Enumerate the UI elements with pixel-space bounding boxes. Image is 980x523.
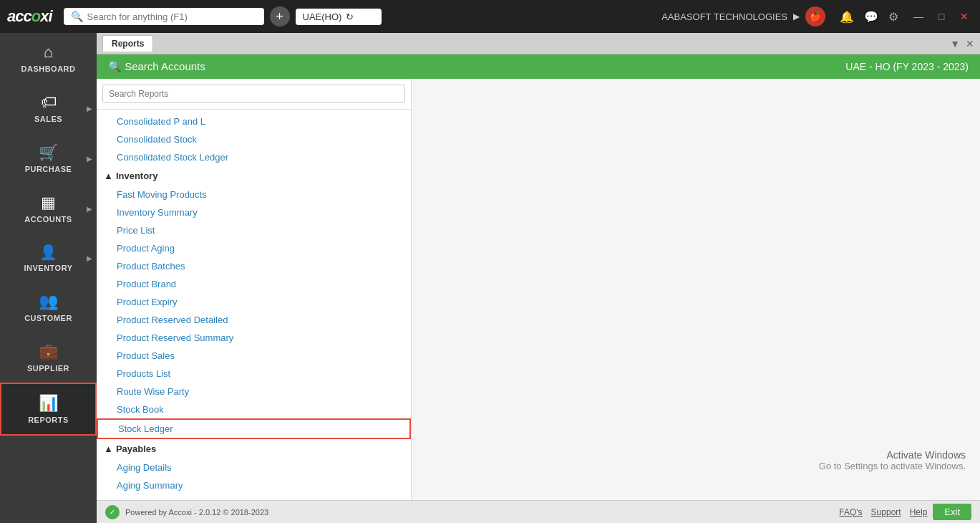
list-item[interactable]: Product Aging bbox=[97, 239, 411, 257]
sidebar-item-label: SALES bbox=[34, 115, 62, 123]
dashboard-icon: ⌂ bbox=[44, 43, 53, 62]
sidebar-item-reports[interactable]: 📊 REPORTS bbox=[0, 383, 97, 436]
search-accounts-label: 🔍 Search Accounts bbox=[108, 60, 205, 73]
list-item[interactable]: Aging Details bbox=[97, 459, 411, 476]
company-icon[interactable]: 🍎 bbox=[805, 6, 825, 27]
help-link[interactable]: Help bbox=[910, 507, 928, 517]
tab-reports[interactable]: Reports bbox=[102, 35, 153, 52]
content-area: Reports ▼ ✕ 🔍 Search Accounts UAE - HO (… bbox=[97, 33, 980, 523]
payables-section[interactable]: ▲ Payables bbox=[97, 439, 411, 459]
list-item[interactable]: Product Batches bbox=[97, 257, 411, 275]
sidebar: ⌂ DASHBOARD 🏷 SALES ▶ 🛒 PURCHASE ▶ ▦ ACC… bbox=[0, 33, 97, 523]
report-list: Consolidated P and L Consolidated Stock … bbox=[97, 110, 411, 500]
customer-icon: 👥 bbox=[39, 292, 58, 311]
sidebar-item-label: INVENTORY bbox=[24, 264, 72, 272]
activate-windows-title: Activate Windows bbox=[819, 449, 966, 461]
chevron-right-icon: ▶ bbox=[87, 205, 92, 213]
report-search-area[interactable] bbox=[97, 79, 411, 110]
sidebar-item-inventory[interactable]: 👤 INVENTORY ▶ bbox=[0, 234, 97, 282]
collapse-arrow-icon: ▲ bbox=[104, 171, 113, 181]
report-body: Consolidated P and L Consolidated Stock … bbox=[97, 79, 980, 500]
sales-icon: 🏷 bbox=[41, 93, 57, 112]
support-link[interactable]: Support bbox=[871, 507, 901, 517]
list-item[interactable]: Price List bbox=[97, 221, 411, 239]
sidebar-item-dashboard[interactable]: ⌂ DASHBOARD bbox=[0, 33, 97, 83]
app-logo: accoxi bbox=[7, 7, 52, 26]
chevron-right-icon: ▶ bbox=[87, 155, 92, 163]
tab-close-icon[interactable]: ✕ bbox=[966, 38, 974, 49]
list-item[interactable]: Product Brand bbox=[97, 275, 411, 293]
sidebar-item-label: DASHBOARD bbox=[21, 64, 76, 73]
chevron-right-icon: ▶ bbox=[87, 105, 92, 112]
right-panel: Activate Windows Go to Settings to activ… bbox=[412, 79, 980, 500]
list-item[interactable]: Inventory Summary bbox=[97, 203, 411, 221]
exit-button[interactable]: Exit bbox=[933, 504, 971, 520]
sidebar-item-label: REPORTS bbox=[28, 416, 69, 424]
list-item[interactable]: Product Reserved Detailed bbox=[97, 311, 411, 329]
report-header: 🔍 Search Accounts UAE - HO (FY 2023 - 20… bbox=[97, 54, 980, 79]
activate-windows: Activate Windows Go to Settings to activ… bbox=[819, 449, 966, 471]
bottom-links: FAQ's Support Help bbox=[839, 507, 927, 517]
tab-controls: ▼ ✕ bbox=[950, 38, 974, 49]
global-search-input[interactable] bbox=[87, 11, 245, 22]
sidebar-item-accounts[interactable]: ▦ ACCOUNTS ▶ bbox=[0, 183, 97, 234]
branch-label: UAE(HO) bbox=[303, 11, 342, 22]
bottom-bar: ✓ Powered by Accoxi - 2.0.12 © 2018-2023… bbox=[97, 500, 980, 523]
list-item[interactable]: Product Reserved Summary bbox=[97, 329, 411, 347]
sidebar-item-label: CUSTOMER bbox=[24, 314, 72, 322]
chat-icon[interactable]: 💬 bbox=[864, 10, 878, 24]
list-item[interactable]: Aging Summary bbox=[97, 476, 411, 494]
list-item[interactable]: Products List bbox=[97, 365, 411, 383]
section-label: Inventory bbox=[116, 171, 158, 181]
close-button[interactable]: ✕ bbox=[956, 8, 973, 25]
main-layout: ⌂ DASHBOARD 🏷 SALES ▶ 🛒 PURCHASE ▶ ▦ ACC… bbox=[0, 33, 980, 523]
stock-ledger-item[interactable]: Stock Ledger bbox=[97, 418, 411, 439]
sidebar-item-purchase[interactable]: 🛒 PURCHASE ▶ bbox=[0, 133, 97, 183]
sidebar-item-label: ACCOUNTS bbox=[24, 215, 72, 224]
chevron-right-icon: ▶ bbox=[87, 254, 92, 262]
list-item[interactable]: Consolidated P and L bbox=[97, 112, 411, 130]
topbar: accoxi 🔍 + UAE(HO) ↻ AABASOFT TECHNOLOGI… bbox=[0, 0, 980, 33]
fy-label: UAE - HO (FY 2023 - 2023) bbox=[845, 61, 969, 72]
faq-link[interactable]: FAQ's bbox=[839, 507, 862, 517]
maximize-button[interactable]: □ bbox=[933, 8, 950, 25]
search-icon: 🔍 bbox=[71, 11, 83, 22]
minimize-button[interactable]: — bbox=[910, 8, 927, 25]
reports-icon: 📊 bbox=[39, 394, 58, 413]
inventory-section[interactable]: ▲ Inventory bbox=[97, 166, 411, 186]
refresh-icon[interactable]: ↻ bbox=[346, 11, 354, 22]
sidebar-item-customer[interactable]: 👥 CUSTOMER bbox=[0, 282, 97, 332]
tabs-bar: Reports ▼ ✕ bbox=[97, 33, 980, 54]
list-item[interactable]: Consolidated Stock Ledger bbox=[97, 148, 411, 166]
collapse-arrow-icon: ▲ bbox=[104, 443, 113, 454]
list-item[interactable]: Product Expiry bbox=[97, 293, 411, 311]
sidebar-item-supplier[interactable]: 💼 SUPPLIER bbox=[0, 332, 97, 383]
section-label: Payables bbox=[116, 443, 156, 454]
settings-icon[interactable]: ⚙ bbox=[888, 10, 898, 24]
global-search-box[interactable]: 🔍 bbox=[64, 8, 264, 25]
tab-dropdown-icon[interactable]: ▼ bbox=[950, 38, 960, 49]
inventory-icon: 👤 bbox=[39, 244, 57, 261]
branch-selector[interactable]: UAE(HO) ↻ bbox=[296, 9, 382, 25]
topbar-icons: 🔔 💬 ⚙ bbox=[840, 10, 898, 24]
left-panel: Consolidated P and L Consolidated Stock … bbox=[97, 79, 412, 500]
sidebar-item-label: PURCHASE bbox=[25, 165, 72, 173]
list-item[interactable]: Stock Book bbox=[97, 400, 411, 418]
powered-text: Powered by Accoxi - 2.0.12 © 2018-2023 bbox=[125, 508, 268, 517]
sidebar-item-sales[interactable]: 🏷 SALES ▶ bbox=[0, 83, 97, 133]
report-search-input[interactable] bbox=[102, 85, 405, 103]
powered-logo: ✓ bbox=[105, 505, 120, 519]
activate-windows-subtitle: Go to Settings to activate Windows. bbox=[819, 461, 966, 471]
accounts-icon: ▦ bbox=[41, 193, 56, 212]
list-item[interactable]: Product Sales bbox=[97, 347, 411, 365]
window-controls: — □ ✕ bbox=[910, 8, 973, 25]
add-button[interactable]: + bbox=[270, 6, 290, 27]
company-name: AABASOFT TECHNOLOGIES bbox=[661, 11, 787, 22]
sidebar-item-label: SUPPLIER bbox=[27, 364, 69, 373]
list-item[interactable]: Consolidated Stock bbox=[97, 130, 411, 148]
list-item[interactable]: Fast Moving Products bbox=[97, 186, 411, 203]
bell-icon[interactable]: 🔔 bbox=[840, 10, 854, 24]
list-item[interactable]: Route Wise Party bbox=[97, 383, 411, 400]
purchase-icon: 🛒 bbox=[39, 143, 58, 162]
supplier-icon: 💼 bbox=[39, 342, 58, 361]
